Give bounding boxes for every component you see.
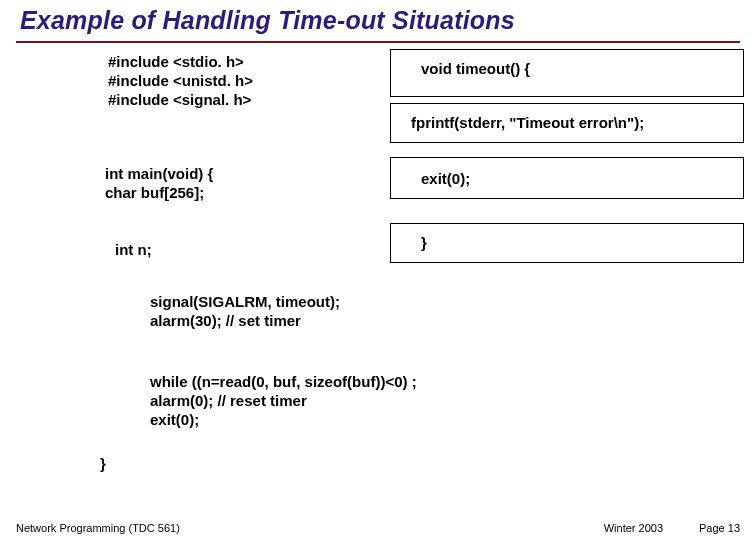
code-closing-brace: } <box>100 455 106 474</box>
box-close-brace: } <box>390 223 744 263</box>
code-signal-block: signal(SIGALRM, timeout); alarm(30); // … <box>150 293 340 331</box>
code-while-block: while ((n=read(0, buf, sizeof(buf))<0) ;… <box>150 373 417 429</box>
footer-page: Page 13 <box>699 522 740 534</box>
footer: Network Programming (TDC 561) Winter 200… <box>0 522 756 534</box>
box-close-text: } <box>399 228 735 251</box>
box-exit: exit(0); <box>390 157 744 199</box>
box-fprintf-text: fprintf(stderr, "Timeout error\n"); <box>399 108 735 131</box>
box-timeout-text: void timeout() { <box>399 54 735 77</box>
slide-content: #include <stdio. h> #include <unistd. h>… <box>0 43 756 503</box>
slide-title: Example of Handling Time-out Situations <box>20 6 756 35</box>
box-timeout-decl: void timeout() { <box>390 49 744 97</box>
code-int-n: int n; <box>115 241 152 260</box>
footer-term: Winter 2003 <box>604 522 663 534</box>
box-fprintf: fprintf(stderr, "Timeout error\n"); <box>390 103 744 143</box>
box-exit-text: exit(0); <box>399 162 735 187</box>
footer-course: Network Programming (TDC 561) <box>16 522 180 534</box>
code-main-decl: int main(void) { char buf[256]; <box>105 165 213 203</box>
code-includes: #include <stdio. h> #include <unistd. h>… <box>108 53 253 109</box>
